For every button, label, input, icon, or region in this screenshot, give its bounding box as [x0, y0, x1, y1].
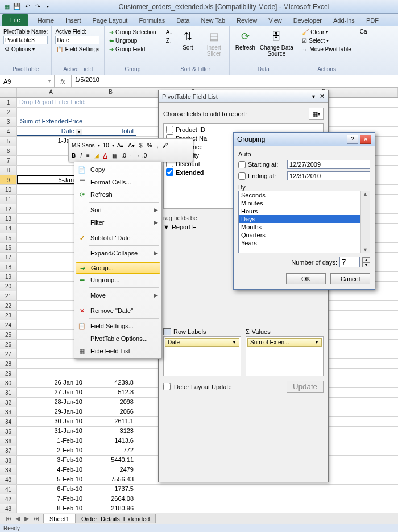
row-header[interactable]: 8 — [0, 166, 17, 175]
cell[interactable]: 7-Feb-10 — [17, 494, 85, 504]
sort-asc-button[interactable]: A↓ — [165, 28, 174, 36]
tab-pdf[interactable]: PDF — [360, 15, 384, 26]
field-list-dropdown-icon[interactable]: ▼ — [311, 94, 316, 100]
cell[interactable]: 512.8 — [85, 388, 136, 397]
undo-icon[interactable]: ↶ — [23, 2, 32, 11]
currency-icon[interactable]: $ — [138, 142, 144, 149]
cell[interactable]: 8-Feb-10 — [17, 504, 85, 513]
qat-more-icon[interactable]: ▾ — [43, 2, 52, 11]
number-of-days-input[interactable] — [339, 257, 360, 267]
tab-addins[interactable]: Add-Ins — [327, 15, 360, 26]
chip-dropdown-icon[interactable]: ▼ — [314, 340, 319, 345]
row-header[interactable]: 6 — [0, 146, 17, 155]
row-header[interactable]: 32 — [0, 398, 17, 407]
row-header[interactable]: 24 — [0, 320, 17, 329]
cell[interactable] — [17, 359, 85, 368]
select-button[interactable]: ☑Select▾ — [301, 37, 352, 44]
scroll-down-icon[interactable]: ▼ — [363, 247, 368, 253]
row-header[interactable]: 23 — [0, 311, 17, 320]
cell[interactable] — [17, 369, 85, 378]
ctx-group[interactable]: ➔Group... — [76, 262, 160, 274]
field-list-header[interactable]: PivotTable Field List ▼ ✕ — [159, 90, 328, 103]
pivottable-name-input[interactable] — [3, 36, 48, 44]
ctx-ungroup[interactable]: ⬅Ungroup... — [74, 274, 161, 286]
ungroup-button[interactable]: ⬅Ungroup — [108, 37, 157, 44]
cell[interactable]: 2479 — [85, 465, 136, 475]
comma-icon[interactable]: , — [155, 142, 160, 149]
by-option[interactable]: Minutes — [239, 199, 370, 207]
decimal-inc-icon[interactable]: .0→ — [120, 152, 134, 159]
row-header[interactable]: 29 — [0, 369, 17, 378]
ctx-format-cells[interactable]: 🗔Format Cells... — [74, 176, 161, 188]
mini-font-name[interactable]: MS Sans — [70, 142, 97, 149]
tab-home[interactable]: Home — [32, 15, 60, 26]
cell[interactable] — [136, 494, 250, 504]
bold-icon[interactable]: B — [70, 152, 77, 159]
row-header[interactable]: 34 — [0, 417, 17, 426]
cell[interactable]: 772 — [85, 446, 136, 455]
values-dropzone[interactable]: Sum of Exten...▼ — [246, 336, 324, 376]
close-button[interactable]: ✕ — [360, 135, 371, 144]
help-button[interactable]: ? — [347, 135, 358, 144]
cell[interactable]: 2-Feb-10 — [17, 446, 85, 455]
field-settings-button[interactable]: 📋Field Settings — [55, 46, 101, 53]
scrollbar[interactable]: ▲▼ — [360, 191, 370, 253]
cell[interactable]: Drop Report Filter Fields Here — [17, 98, 85, 107]
row-header[interactable]: 28 — [0, 359, 17, 368]
ctx-field-settings[interactable]: 📋Field Settings... — [74, 320, 161, 332]
fx-icon[interactable]: fx — [55, 75, 72, 87]
ctx-refresh[interactable]: ⟳Refresh — [74, 188, 161, 201]
cell[interactable]: 1413.6 — [85, 436, 136, 446]
change-data-source-button[interactable]: 🗄Change Data Source — [259, 28, 293, 65]
ctx-pivottable-options[interactable]: PivotTable Options... — [74, 332, 161, 345]
ctx-filter[interactable]: Filter▶ — [74, 216, 161, 229]
align-icon[interactable]: ≡ — [85, 152, 92, 159]
tab-review[interactable]: Review — [231, 15, 263, 26]
name-box[interactable]: A9▾ — [0, 75, 55, 87]
days-spinner[interactable]: ▲▼ — [362, 257, 370, 267]
tab-nav-first-icon[interactable]: ⏮ — [5, 515, 13, 522]
row-header[interactable]: 38 — [0, 456, 17, 465]
row-header[interactable]: 42 — [0, 494, 17, 504]
row-header[interactable]: 20 — [0, 282, 17, 291]
tab-developer[interactable]: Developer — [288, 15, 327, 26]
ending-at-checkbox[interactable] — [238, 172, 246, 180]
cell[interactable] — [136, 485, 250, 494]
tab-insert[interactable]: Insert — [60, 15, 87, 26]
row-header[interactable]: 41 — [0, 485, 17, 494]
sort-desc-button[interactable]: Z↓ — [165, 37, 174, 44]
row-header[interactable]: 18 — [0, 262, 17, 271]
cell[interactable]: 2066 — [85, 407, 136, 416]
pivottable-options-button[interactable]: ⚙Options▾ — [3, 46, 48, 53]
row-header[interactable]: 15 — [0, 233, 17, 242]
layout-button[interactable]: ▦▾ — [309, 108, 324, 120]
close-icon[interactable]: ✕ — [320, 93, 325, 100]
row-header[interactable]: 30 — [0, 378, 17, 387]
by-option[interactable]: Seconds — [239, 191, 370, 199]
row-header[interactable]: 5 — [0, 137, 17, 146]
cell[interactable]: 1737.5 — [85, 485, 136, 494]
by-option[interactable]: Quarters — [239, 231, 370, 239]
tab-formulas[interactable]: Formulas — [133, 15, 171, 26]
row-header[interactable]: 1 — [0, 98, 17, 107]
cell[interactable]: 26-Jan-10 — [17, 378, 85, 387]
row-header[interactable]: 40 — [0, 475, 17, 484]
row-header[interactable]: 43 — [0, 504, 17, 513]
col-header-a[interactable]: A — [17, 88, 85, 97]
row-header[interactable]: 36 — [0, 436, 17, 446]
cell[interactable]: 3123 — [85, 427, 136, 436]
row-header[interactable]: 21 — [0, 291, 17, 300]
cell[interactable] — [85, 108, 136, 117]
redo-icon[interactable]: ↷ — [33, 2, 42, 11]
spin-up-icon[interactable]: ▲ — [362, 257, 370, 262]
clear-button[interactable]: 🧹Clear▾ — [301, 28, 352, 36]
tab-view[interactable]: View — [263, 15, 288, 26]
tab-file[interactable]: File — [2, 14, 28, 26]
move-pivottable-button[interactable]: ↔Move PivotTable — [301, 46, 352, 53]
cell[interactable]: 3-Feb-10 — [17, 456, 85, 465]
tab-nav-last-icon[interactable]: ⏭ — [32, 515, 40, 522]
cell[interactable] — [85, 369, 136, 378]
cell[interactable]: Total — [85, 127, 136, 136]
sheet-tab-active[interactable]: Sheet1 — [43, 514, 76, 523]
row-header[interactable]: 16 — [0, 243, 17, 252]
